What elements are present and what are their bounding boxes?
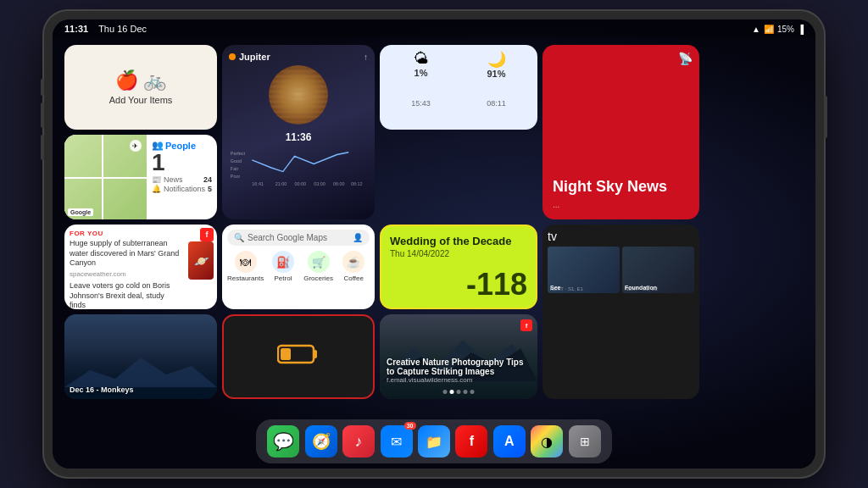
svg-text:08:12: 08:12 — [351, 181, 363, 186]
dock-appstore[interactable]: A — [493, 425, 526, 458]
mail-icon: ✉ — [391, 434, 402, 450]
news-label: News — [164, 175, 183, 184]
night-sky-sub: ... — [553, 200, 689, 209]
flipboard-tag: FOR YOU — [70, 230, 212, 237]
widget-wedding[interactable]: Wedding of the Decade Thu 14/04/2022 -11… — [380, 225, 537, 309]
dock: 💬 🧭 ♪ ✉ 30 📁 f A ◑ — [256, 419, 612, 463]
notif-icon: 🔔 — [152, 185, 161, 193]
gmaps-search-bar[interactable]: 🔍 Search Google Maps 👤 — [227, 230, 370, 246]
appletv-show-foundation[interactable]: Foundation NEXT · S1, E2 — [622, 247, 694, 293]
night-sky-title: Night Sky News — [553, 178, 689, 197]
nature-dots — [443, 390, 475, 394]
dock-more-apps[interactable]: ⊞ — [569, 425, 601, 458]
jupiter-title: Jupiter — [239, 52, 270, 62]
reminders-label: Add Your Items — [109, 95, 173, 105]
dock-music[interactable]: ♪ — [342, 425, 375, 458]
svg-text:16:41: 16:41 — [252, 181, 264, 186]
appletv-header: tv — [548, 230, 694, 243]
gmaps-btn-groceries[interactable]: 🛒 Groceries — [303, 251, 335, 282]
flipboard-dock-icon: f — [470, 434, 474, 449]
side-button-power[interactable] — [824, 96, 827, 138]
svg-text:Poor: Poor — [231, 174, 241, 179]
notif-label: Notifications — [164, 185, 205, 193]
people-label: People — [165, 141, 196, 151]
dock-safari[interactable]: 🧭 — [305, 425, 337, 458]
widget-maps-people[interactable]: Google ✈ 👥 People 1 📰 News 24 🔔 — [64, 135, 217, 219]
widget-flipboard[interactable]: f FOR YOU Huge supply of subterranean wa… — [64, 225, 217, 309]
gmaps-btn-petrol[interactable]: ⛽ Petrol — [267, 251, 299, 282]
weather-cell-2: 🌙 91% — [460, 50, 532, 96]
widget-photos[interactable]: Dec 16 - Monkeys — [64, 314, 217, 399]
news-icon: 📰 — [152, 175, 161, 184]
widget-jupiter[interactable]: Jupiter ↑ 11:36 Perfect Good Fair Poor 1… — [222, 45, 375, 219]
weather-cell-4: 08:11 — [460, 99, 532, 125]
jupiter-arrow: ↑ — [364, 53, 368, 62]
ipad-frame: 11:31 Thu 16 Dec ▲ 📶 15% ▐ 🍎 🚲 Add Your … — [44, 11, 824, 477]
map-compass: ✈ — [130, 140, 142, 152]
battery-svg — [277, 341, 320, 367]
svg-text:Fair: Fair — [231, 166, 239, 171]
maps-thumbnail: Google ✈ — [64, 135, 147, 219]
weather-icon-1: 🌤 — [385, 50, 457, 68]
dot-5 — [470, 390, 475, 394]
more-apps-icon: ⊞ — [580, 435, 590, 448]
mail-badge: 30 — [404, 422, 416, 430]
ipad-screen: 11:31 Thu 16 Dec ▲ 📶 15% ▐ 🍎 🚲 Add Your … — [53, 19, 815, 469]
appletv-show-see[interactable]: See NEXT · S1, E1 — [548, 247, 620, 293]
dot-4 — [464, 390, 468, 394]
photos-dock-icon: ◑ — [541, 434, 553, 450]
widget-appletv[interactable]: tv See NEXT · S1, E1 Foundation NEXT · S… — [542, 225, 699, 399]
restaurants-icon: 🍽 — [235, 251, 257, 273]
petrol-label: Petrol — [274, 274, 292, 282]
dot-2 — [450, 390, 454, 394]
side-button-mute[interactable] — [41, 79, 44, 96]
svg-text:Perfect: Perfect — [231, 151, 246, 156]
weather-time-4: 08:11 — [460, 99, 532, 108]
status-left: 11:31 Thu 16 Dec — [64, 24, 147, 34]
weather-cell-1: 🌤 1% — [385, 50, 457, 96]
notif-count: 5 — [208, 185, 212, 193]
svg-rect-13 — [281, 348, 291, 360]
mountain-silhouette — [64, 353, 217, 387]
dock-photos[interactable]: ◑ — [531, 425, 563, 458]
dock-flipboard[interactable]: f — [455, 425, 487, 458]
widget-reminders[interactable]: 🍎 🚲 Add Your Items — [64, 45, 217, 130]
wedding-title: Wedding of the Decade — [390, 235, 527, 247]
flipboard-headline2: Leave voters go cold on Boris Johnson's … — [70, 281, 212, 309]
svg-text:21:00: 21:00 — [275, 181, 287, 186]
groceries-icon: 🛒 — [308, 251, 330, 273]
dock-files[interactable]: 📁 — [418, 425, 450, 458]
widget-battery[interactable] — [222, 314, 375, 399]
side-button-volume-up[interactable] — [41, 103, 44, 128]
battery-low-icon — [277, 339, 320, 374]
news-count: 24 — [203, 175, 212, 184]
see-episode: NEXT · S1, E1 — [548, 286, 620, 293]
jupiter-bands — [269, 65, 328, 125]
people-widget: 👥 People 1 📰 News 24 🔔 Notifications 5 — [147, 135, 217, 219]
widget-weather[interactable]: 🌤 1% 🌙 91% 15:43 08:11 — [380, 45, 537, 130]
restaurants-label: Restaurants — [227, 274, 264, 282]
svg-text:Good: Good — [231, 158, 242, 164]
jupiter-dot — [229, 53, 236, 60]
dock-messages[interactable]: 💬 — [267, 425, 299, 458]
people-news-row: 📰 News 24 — [152, 175, 212, 184]
music-icon: ♪ — [355, 433, 363, 451]
status-time: 11:31 — [64, 24, 88, 34]
widget-googlemaps[interactable]: 🔍 Search Google Maps 👤 🍽 Restaurants ⛽ P… — [222, 225, 375, 309]
foundation-episode: NEXT · S1, E2 — [622, 286, 694, 293]
appletv-logo: tv — [548, 230, 557, 243]
weather-time-3: 15:43 — [385, 99, 457, 108]
gmaps-btn-restaurants[interactable]: 🍽 Restaurants — [227, 251, 264, 282]
photos-label: Dec 16 - Monkeys — [70, 385, 134, 394]
weather-icon-2: 🌙 — [460, 50, 532, 69]
nature-title: Creative Nature Photography Tips to Capt… — [387, 358, 531, 376]
dock-mail[interactable]: ✉ 30 — [381, 425, 413, 458]
widget-nature[interactable]: f Creative Nature Photography Tips to Ca… — [380, 314, 537, 399]
maps-google-label: Google — [68, 208, 93, 216]
side-button-volume-down[interactable] — [41, 135, 44, 160]
gmaps-search-label: Search Google Maps — [248, 233, 327, 242]
petrol-icon: ⛽ — [272, 251, 294, 273]
widget-night-sky[interactable]: 📡 Night Sky News ... — [542, 45, 699, 219]
people-count: 1 — [152, 151, 212, 175]
gmaps-btn-coffee[interactable]: ☕ Coffee — [337, 251, 370, 282]
